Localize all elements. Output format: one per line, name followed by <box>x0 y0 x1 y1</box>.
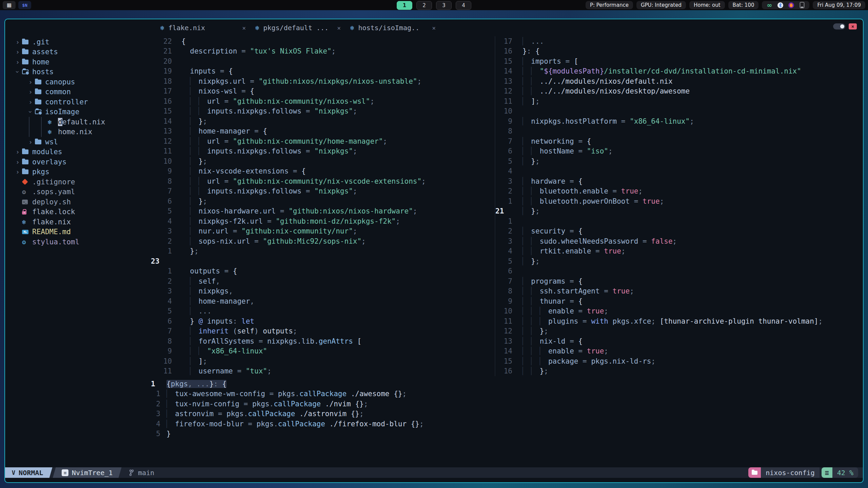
code-line[interactable]: 7▏ programs = { <box>495 276 863 286</box>
chevron-right-icon[interactable]: › <box>13 148 22 156</box>
chevron-right-icon[interactable]: › <box>26 78 35 86</box>
code-line[interactable]: 4▏ firefox-mod-blur = pkgs.callPackage .… <box>151 419 863 429</box>
code-line[interactable]: 5 ▏ nixos-hardware.url = "github:nixos/n… <box>151 206 495 217</box>
tree-item-.gitignore[interactable]: .gitignore <box>5 177 151 187</box>
code-line[interactable]: 23 <box>151 256 495 266</box>
code-line[interactable]: 8 ▏ ▏ url = "github:nix-community/nix-vs… <box>151 176 495 186</box>
code-line[interactable]: 22{ <box>151 36 495 46</box>
tree-item-flake.lock[interactable]: flake.lock <box>5 207 151 217</box>
code-line[interactable]: 3 ▏ nur.url = "github:nix-community/nur"… <box>151 226 495 237</box>
code-line[interactable]: 5▏ }; <box>495 156 863 166</box>
chevron-down-icon[interactable]: › <box>14 67 21 76</box>
code-line[interactable]: 17▏ ... <box>495 36 863 46</box>
code-line[interactable]: 2▏ ▏ bluetooth.enable = true; <box>495 186 863 197</box>
code-line[interactable]: 21 description = "tux's NixOS Flake"; <box>151 46 495 57</box>
window-close-button[interactable]: × <box>849 23 857 29</box>
tab-flake-nix[interactable]: ❄flake.nix× <box>156 24 251 32</box>
workspace-1[interactable]: 1 <box>397 1 412 10</box>
code-line[interactable]: 9▏ ▏ thunar = { <box>495 296 863 306</box>
tree-item-home[interactable]: ›home <box>5 57 151 67</box>
theme-toggle[interactable] <box>833 23 845 29</box>
code-line[interactable]: 10 ▏ }; <box>151 156 495 166</box>
bluetooth-icon[interactable] <box>777 2 783 8</box>
code-line[interactable]: 20 <box>151 56 495 66</box>
tree-item-home.nix[interactable]: ❄home.nix <box>5 127 151 137</box>
code-line[interactable]: 21▏ }; <box>495 206 863 217</box>
code-line[interactable]: 4 ▏ home-manager, <box>151 296 495 306</box>
code-line[interactable]: 19 inputs = { <box>151 66 495 77</box>
tree-item-deploy.sh[interactable]: >_deploy.sh <box>5 197 151 207</box>
code-line[interactable]: 14▏ ▏ ▏ enable = true; <box>495 346 863 357</box>
code-line[interactable]: 15▏ imports = [ <box>495 56 863 66</box>
code-line[interactable]: 12▏ ▏ ../../modules/nixos/desktop/awesom… <box>495 86 863 97</box>
apps-grid-icon[interactable]: ▦ <box>3 1 16 9</box>
vpn-icon[interactable]: ∞ <box>766 2 772 8</box>
code-line[interactable]: 10 <box>495 106 863 117</box>
code-line[interactable]: 15▏ ▏ ▏ package = pkgs.nix-ld-rs; <box>495 356 863 366</box>
tree-item-pkgs[interactable]: ›pkgs <box>5 167 151 177</box>
code-line[interactable]: 13▏ ▏ nix-ld = { <box>495 336 863 346</box>
code-line[interactable]: 1{pkgs, ...}: { <box>151 379 863 389</box>
code-line[interactable]: 11 ▏ username = "tux"; <box>151 366 495 377</box>
code-line[interactable]: 11 ▏ ▏ inputs.nixpkgs.follows = "nixpkgs… <box>151 146 495 157</box>
code-line[interactable]: 2 ▏ self, <box>151 276 495 286</box>
code-line[interactable]: 1▏ ▏ bluetooth.powerOnBoot = true; <box>495 196 863 206</box>
code-line[interactable]: 9▏ nixpkgs.hostPlatform = "x86_64-linux"… <box>495 116 863 126</box>
code-line[interactable]: 11▏ ]; <box>495 96 863 106</box>
code-line[interactable]: 1 <box>495 216 863 226</box>
code-line[interactable]: 5} <box>151 429 863 439</box>
chevron-right-icon[interactable]: › <box>13 48 22 56</box>
code-line[interactable]: 12▏ ▏ }; <box>495 326 863 337</box>
code-line[interactable]: 4 ▏ nixpkgs-f2k.url = "github:moni-dz/ni… <box>151 216 495 226</box>
tree-item-README.md[interactable]: M↓README.md <box>5 227 151 237</box>
tree-item-wsl[interactable]: ›wsl <box>5 137 151 147</box>
code-line[interactable]: 3▏ hardware = { <box>495 176 863 186</box>
code-line[interactable]: 7 ▏ inherit (self) outputs; <box>151 326 495 337</box>
code-line[interactable]: 3▏ ▏ sudo.wheelNeedsPassword = false; <box>495 236 863 246</box>
code-line[interactable]: 1▏ tux-awesome-wm-config = pkgs.callPack… <box>151 389 863 399</box>
code-line[interactable]: 9 ▏ nix-vscode-extensions = { <box>151 166 495 177</box>
code-line[interactable]: 3 ▏ nixpkgs, <box>151 286 495 297</box>
tree-item-hosts[interactable]: ›hosts <box>5 67 151 77</box>
code-line[interactable]: 4▏ ▏ rtkit.enable = true; <box>495 246 863 257</box>
tree-item-assets[interactable]: ›assets <box>5 47 151 57</box>
tree-item-overlays[interactable]: ›overlays <box>5 157 151 167</box>
tab-close-icon[interactable]: × <box>432 24 436 32</box>
code-line[interactable]: 13▏ ▏ ../../modules/nixos/default.nix <box>495 76 863 86</box>
code-line[interactable]: 5▏ }; <box>495 256 863 266</box>
code-line[interactable]: 12 ▏ ▏ url = "github:nix-community/home-… <box>151 136 495 146</box>
code-line[interactable]: 18 ▏ nixpkgs.url = "github:nixos/nixpkgs… <box>151 76 495 86</box>
code-line[interactable]: 17 ▏ nixos-wsl = { <box>151 86 495 97</box>
workspace-3[interactable]: 3 <box>436 1 452 10</box>
code-line[interactable]: 6 ▏ }; <box>151 196 495 206</box>
chevron-right-icon[interactable]: › <box>26 88 35 96</box>
code-line[interactable]: 11▏ ▏ ▏ plugins = with pkgs.xfce; [thuna… <box>495 316 863 326</box>
tree-item-.sops.yaml[interactable]: ⚙.sops.yaml <box>5 187 151 197</box>
code-line[interactable]: 6▏ ▏ hostName = "iso"; <box>495 146 863 157</box>
code-line[interactable]: 1 outputs = { <box>151 266 495 277</box>
code-line[interactable]: 2▏ security = { <box>495 226 863 237</box>
code-line[interactable]: 15 ▏ ▏ inputs.nixpkgs.follows = "nixpkgs… <box>151 106 495 117</box>
clock[interactable]: Fri Aug 09, 17:09 <box>813 1 865 9</box>
code-line[interactable]: 14▏ ▏ "${modulesPath}/installer/cd-dvd/i… <box>495 66 863 77</box>
code-line[interactable]: 1 }; <box>151 246 495 257</box>
chevron-right-icon[interactable]: › <box>26 98 35 106</box>
chevron-right-icon[interactable]: › <box>26 138 35 146</box>
code-line[interactable]: 7 ▏ ▏ inputs.nixpkgs.follows = "nixpkgs"… <box>151 186 495 197</box>
tree-item-modules[interactable]: ›modules <box>5 147 151 157</box>
tree-item-flake.nix[interactable]: ❄flake.nix <box>5 217 151 227</box>
code-line[interactable]: 14 ▏ }; <box>151 116 495 126</box>
code-line[interactable]: 9 ▏ ▏ "x86_64-linux" <box>151 346 495 357</box>
workspace-4[interactable]: 4 <box>456 1 471 10</box>
code-line[interactable]: 2 ▏ sops-nix.url = "github:Mic92/sops-ni… <box>151 236 495 246</box>
tab-hosts-isoImag-[interactable]: ❄hosts/isoImag..× <box>346 24 440 32</box>
code-line[interactable]: 13 ▏ home-manager = { <box>151 126 495 137</box>
phone-icon[interactable] <box>799 2 805 8</box>
code-line[interactable]: 16 ▏ ▏ url = "github:nix-community/nixos… <box>151 96 495 106</box>
code-line[interactable]: 16▏ ▏ }; <box>495 366 863 377</box>
workspace-2[interactable]: 2 <box>416 1 432 10</box>
code-line[interactable]: 10 ▏ ]; <box>151 356 495 366</box>
chevron-right-icon[interactable]: › <box>13 38 22 46</box>
chevron-right-icon[interactable]: › <box>13 58 22 66</box>
tree-item-.git[interactable]: ›.git <box>5 37 151 47</box>
